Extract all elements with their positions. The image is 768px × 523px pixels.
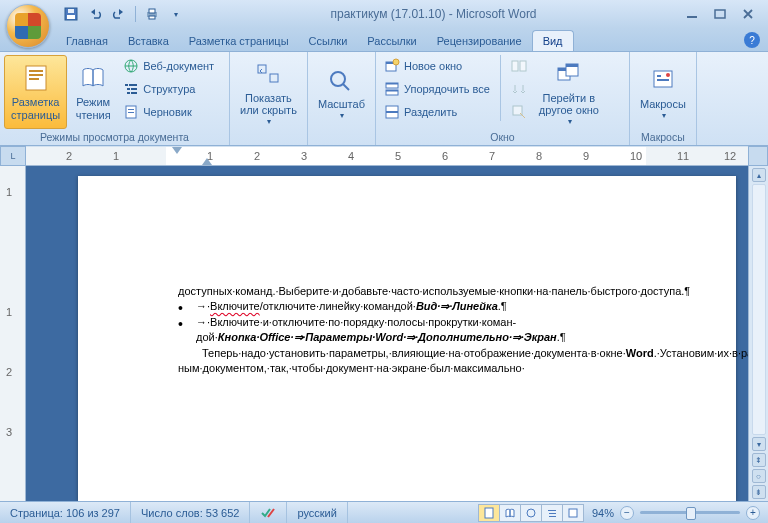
web-layout-button[interactable]: Веб-документ [119, 55, 218, 77]
prev-page-icon[interactable]: ⇞ [752, 453, 766, 467]
close-button[interactable] [736, 5, 760, 23]
scroll-down-icon[interactable]: ▾ [752, 437, 766, 451]
split-button[interactable]: Разделить [380, 101, 494, 123]
view-reading-icon[interactable] [499, 504, 521, 522]
outline-button[interactable]: Структура [119, 78, 218, 100]
ruler-toggle-icon[interactable] [748, 146, 768, 166]
tab-page-layout[interactable]: Разметка страницы [179, 31, 299, 51]
status-word-count[interactable]: Число слов: 53 652 [131, 502, 250, 523]
ruler-tick: 1 [6, 306, 12, 318]
ruler-tick: 3 [301, 150, 307, 162]
vertical-ruler[interactable]: 1123 [0, 166, 26, 501]
print-layout-icon [20, 62, 52, 94]
office-button[interactable] [6, 4, 50, 48]
draft-icon [123, 104, 139, 120]
reading-layout-button[interactable]: Режим чтения [69, 55, 117, 129]
outline-label: Структура [143, 83, 195, 95]
next-page-icon[interactable]: ⇟ [752, 485, 766, 499]
tab-insert[interactable]: Вставка [118, 31, 179, 51]
doc-text-p3: Теперь·надо·установить·параметры,·влияющ… [178, 346, 686, 377]
zoom-slider[interactable] [640, 511, 740, 514]
tab-home[interactable]: Главная [56, 31, 118, 51]
maximize-button[interactable] [708, 5, 732, 23]
svg-rect-21 [128, 112, 134, 113]
svg-rect-13 [125, 84, 128, 86]
zoom-button[interactable]: Масштаб▾ [312, 55, 371, 129]
sync-scroll-button[interactable] [507, 78, 531, 100]
split-icon [384, 104, 400, 120]
redo-icon[interactable] [108, 3, 130, 25]
svg-rect-18 [131, 92, 137, 94]
side-by-side-button[interactable] [507, 55, 531, 77]
ruler-tick: 2 [254, 150, 260, 162]
ruler-tick: 9 [583, 150, 589, 162]
quick-print-icon[interactable] [141, 3, 163, 25]
zoom-in-icon[interactable]: + [746, 506, 760, 520]
svg-rect-42 [657, 75, 661, 77]
arrange-all-button[interactable]: Упорядочить все [380, 78, 494, 100]
split-label: Разделить [404, 106, 457, 118]
ruler-tick: 5 [395, 150, 401, 162]
help-icon[interactable]: ? [744, 32, 760, 48]
tab-review[interactable]: Рецензирование [427, 31, 532, 51]
svg-rect-35 [520, 61, 526, 71]
svg-rect-4 [149, 9, 155, 13]
new-window-button[interactable]: Новое окно [380, 55, 494, 77]
switch-windows-button[interactable]: Перейти в другое окно▾ [533, 55, 605, 129]
quick-access-toolbar: ▾ [60, 3, 187, 25]
qat-separator [135, 6, 136, 22]
qat-customize-icon[interactable]: ▾ [165, 3, 187, 25]
view-draft-icon[interactable] [562, 504, 584, 522]
svg-rect-10 [29, 74, 43, 76]
horizontal-ruler[interactable]: 21123456789101112 [26, 146, 748, 166]
status-page[interactable]: Страница: 106 из 297 [0, 502, 131, 523]
zoom-percent[interactable]: 94% [592, 507, 614, 519]
svg-rect-9 [29, 70, 43, 72]
show-hide-label: Показать или скрыть [240, 92, 297, 117]
view-print-icon[interactable] [478, 504, 500, 522]
view-web-icon[interactable] [520, 504, 542, 522]
ruler-tick: 4 [348, 150, 354, 162]
scroll-up-icon[interactable]: ▴ [752, 168, 766, 182]
svg-rect-43 [657, 79, 669, 81]
undo-icon[interactable] [84, 3, 106, 25]
tab-view[interactable]: Вид [532, 30, 574, 51]
status-proofing[interactable] [250, 502, 287, 523]
reset-position-icon [511, 104, 527, 120]
svg-rect-49 [549, 516, 556, 517]
draft-button[interactable]: Черновик [119, 101, 218, 123]
minimize-button[interactable] [680, 5, 704, 23]
ruler-corner[interactable]: L [0, 146, 26, 166]
document-page[interactable]: доступных·команд.·Выберите·и·добавьте·ча… [78, 176, 736, 501]
reset-position-button[interactable] [507, 101, 531, 123]
svg-point-46 [527, 509, 535, 517]
switch-windows-label: Перейти в другое окно [539, 92, 599, 117]
zoom-out-icon[interactable]: − [620, 506, 634, 520]
save-icon[interactable] [60, 3, 82, 25]
vertical-scrollbar[interactable]: ▴ ▾ ⇞ ○ ⇟ [748, 166, 768, 501]
svg-rect-45 [485, 508, 493, 518]
view-outline-icon[interactable] [541, 504, 563, 522]
svg-rect-40 [566, 64, 578, 67]
browse-object-icon[interactable]: ○ [752, 469, 766, 483]
ribbon-view: Разметка страницы Режим чтения Веб-докум… [0, 52, 768, 146]
svg-point-24 [331, 72, 345, 86]
new-window-label: Новое окно [404, 60, 462, 72]
status-language[interactable]: русский [287, 502, 347, 523]
show-hide-icon [252, 58, 284, 90]
ruler-tick: 3 [6, 426, 12, 438]
ruler-tick: 2 [6, 366, 12, 378]
macros-button[interactable]: Макросы▾ [634, 55, 692, 129]
tab-mailings[interactable]: Рассылки [357, 31, 426, 51]
views-group-label: Режимы просмотра документа [4, 129, 225, 145]
print-layout-button[interactable]: Разметка страницы [4, 55, 67, 129]
svg-rect-17 [127, 92, 130, 94]
ruler-tick: 2 [66, 150, 72, 162]
tab-references[interactable]: Ссылки [299, 31, 358, 51]
ruler-tick: 7 [489, 150, 495, 162]
zoom-label: Масштаб [318, 98, 365, 111]
doc-text-p1: доступных·команд.·Выберите·и·добавьте·ча… [178, 284, 686, 299]
show-hide-button[interactable]: Показать или скрыть▾ [234, 55, 303, 129]
scroll-track[interactable] [752, 184, 766, 435]
svg-rect-7 [715, 10, 725, 18]
